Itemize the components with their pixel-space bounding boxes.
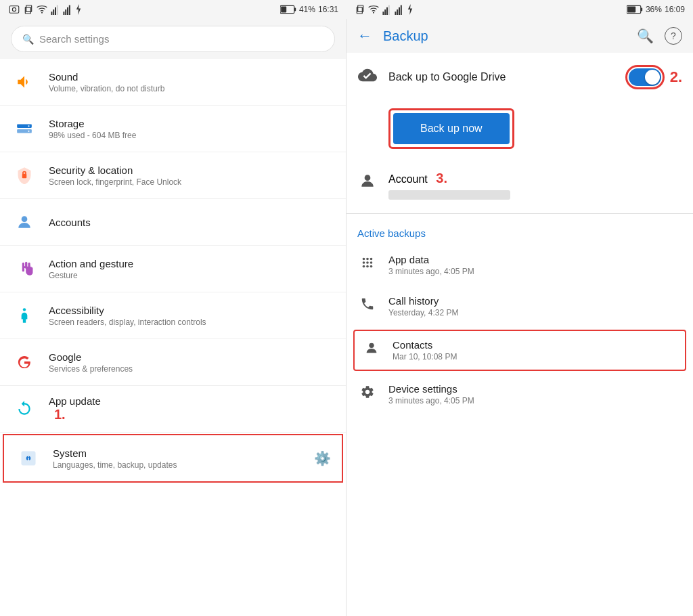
back-button[interactable]: ← <box>357 27 372 45</box>
svg-point-19 <box>373 12 374 14</box>
svg-rect-21 <box>384 9 386 15</box>
action-title: Action and gesture <box>49 258 335 269</box>
app-update-icon <box>11 395 38 422</box>
svg-marker-13 <box>76 4 81 15</box>
help-icon[interactable]: ? <box>665 27 682 45</box>
backup-item-device-settings[interactable]: Device settings 3 minutes ago, 4:05 PM <box>346 374 693 415</box>
svg-rect-23 <box>388 5 390 15</box>
search-bar-container: 🔍 Search settings <box>0 19 346 59</box>
search-bar[interactable]: 🔍 Search settings <box>11 26 335 52</box>
backup-item-call-history[interactable]: Call history Yesterday, 4:32 PM <box>346 286 693 327</box>
device-settings-text: Device settings 3 minutes ago, 4:05 PM <box>388 383 682 405</box>
settings-item-sound[interactable]: Sound Volume, vibration, do not disturb <box>0 59 346 106</box>
settings-item-accessibility[interactable]: Accessibility Screen readers, display, i… <box>0 292 346 339</box>
svg-rect-9 <box>63 12 64 15</box>
lightning-icon <box>74 4 83 15</box>
backup-item-app-data[interactable]: App data 3 minutes ago, 4:05 PM <box>346 244 693 286</box>
google-text: Google Services & preferences <box>49 351 335 374</box>
accessibility-subtitle: Screen readers, display, interaction con… <box>49 317 335 327</box>
settings-item-google[interactable]: Google Services & preferences <box>0 339 346 386</box>
svg-point-34 <box>28 125 29 127</box>
search-icon: 🔍 <box>22 34 34 45</box>
wifi-icon-right <box>368 4 379 15</box>
contacts-title: Contacts <box>393 339 678 351</box>
status-bar-right: 36% 16:09 <box>346 0 693 19</box>
security-icon <box>11 162 38 189</box>
settings-item-system[interactable]: i System Languages, time, backup, update… <box>3 434 343 483</box>
svg-point-1 <box>12 7 16 11</box>
sound-icon <box>11 68 38 95</box>
svg-point-39 <box>23 308 26 311</box>
backup-drive-label: Back up to Google Drive <box>388 71 614 83</box>
accounts-title: Accounts <box>49 217 335 228</box>
account-email-bar <box>388 190 510 200</box>
account-avatar-icon <box>357 172 378 194</box>
settings-item-accounts[interactable]: Accounts <box>0 199 346 246</box>
call-history-title: Call history <box>388 295 682 307</box>
left-status-icons <box>8 3 83 16</box>
signal-icon-2 <box>62 4 72 15</box>
device-settings-subtitle: 3 minutes ago, 4:05 PM <box>388 396 682 405</box>
account-details: Account 3. <box>388 171 682 200</box>
search-header-icon[interactable]: 🔍 <box>637 28 654 44</box>
svg-point-4 <box>41 12 43 14</box>
app-update-text: App update 1. <box>49 395 335 422</box>
storage-text: Storage 98% used - 604 MB free <box>49 118 335 140</box>
sound-text: Sound Volume, vibration, do not disturb <box>49 71 335 93</box>
backup-panel: ← Backup 🔍 ? Back up to Google Drive 2. <box>346 19 693 616</box>
backup-item-contacts[interactable]: Contacts Mar 10, 10:08 PM <box>353 330 686 371</box>
backup-now-section: Back up now <box>346 102 693 162</box>
google-icon <box>11 349 38 376</box>
status-bar-left: 41% 16:31 <box>0 0 346 19</box>
call-icon <box>357 296 378 315</box>
settings-list: Sound Volume, vibration, do not disturb … <box>0 59 346 616</box>
settings-item-security[interactable]: Security & location Screen lock, fingerp… <box>0 152 346 199</box>
backup-title: Backup <box>383 28 626 44</box>
lightning-icon-right <box>406 4 414 15</box>
svg-rect-15 <box>294 8 296 12</box>
status-bars: 41% 16:31 36% 16:09 <box>0 0 693 19</box>
sound-subtitle: Volume, vibration, do not disturb <box>49 84 335 93</box>
settings-item-app-update[interactable]: App update 1. <box>0 386 346 433</box>
header-icons: 🔍 ? <box>637 27 682 45</box>
search-input[interactable]: Search settings <box>39 33 109 45</box>
action-text: Action and gesture Gesture <box>49 258 335 280</box>
app-update-title: App update <box>49 395 335 407</box>
svg-point-35 <box>28 131 29 132</box>
svg-rect-22 <box>386 7 388 15</box>
svg-rect-31 <box>627 7 635 13</box>
device-settings-icon <box>357 384 378 403</box>
security-text: Security & location Screen lock, fingerp… <box>49 164 335 187</box>
settings-item-action[interactable]: Action and gesture Gesture <box>0 246 346 292</box>
svg-point-43 <box>365 175 371 181</box>
svg-point-48 <box>366 261 369 264</box>
svg-rect-24 <box>395 12 396 15</box>
svg-point-51 <box>366 265 369 268</box>
contacts-icon <box>361 340 382 359</box>
divider <box>346 213 693 214</box>
security-subtitle: Screen lock, fingerprint, Face Unlock <box>49 177 335 187</box>
svg-point-47 <box>363 261 365 264</box>
settings-item-storage[interactable]: Storage 98% used - 604 MB free <box>0 106 346 152</box>
backup-toggle-container <box>625 65 665 89</box>
backup-now-button[interactable]: Back up now <box>393 113 510 144</box>
svg-rect-11 <box>67 7 68 15</box>
svg-rect-33 <box>17 129 32 133</box>
backup-toggle[interactable] <box>629 68 661 86</box>
svg-rect-6 <box>53 9 54 15</box>
call-history-subtitle: Yesterday, 4:32 PM <box>388 308 682 317</box>
svg-point-50 <box>363 265 365 268</box>
backup-now-wrapper: Back up now <box>388 108 514 149</box>
cloud-icon <box>357 66 378 89</box>
app-data-title: App data <box>388 254 682 265</box>
svg-rect-5 <box>51 12 52 15</box>
accounts-icon <box>11 208 38 236</box>
app-data-text: App data 3 minutes ago, 4:05 PM <box>388 254 682 276</box>
label-number-3: 3. <box>436 171 447 185</box>
account-label: Account 3. <box>388 171 682 186</box>
security-title: Security & location <box>49 164 335 176</box>
wifi-icon <box>37 4 47 15</box>
svg-rect-26 <box>399 7 400 15</box>
system-icon: i <box>15 445 42 472</box>
svg-rect-7 <box>55 7 56 15</box>
